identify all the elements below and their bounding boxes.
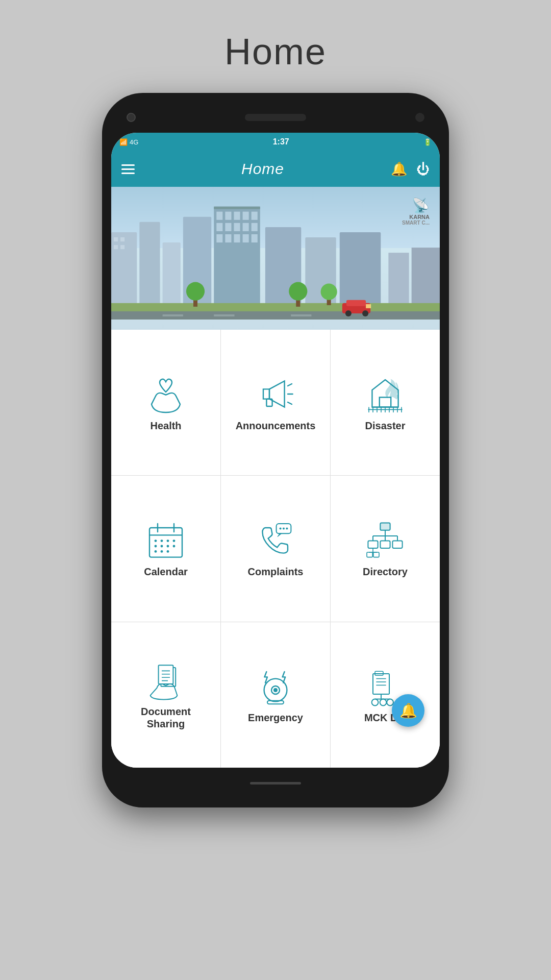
grid-item-disaster[interactable]: Disaster — [331, 330, 440, 475]
svg-point-114 — [380, 699, 387, 706]
svg-point-104 — [273, 688, 278, 692]
front-camera — [127, 113, 136, 122]
directory-label: Directory — [363, 566, 408, 578]
fab-button[interactable]: 🔔 — [392, 694, 424, 727]
svg-rect-24 — [252, 234, 258, 242]
svg-point-75 — [155, 550, 157, 553]
app-bar: Home 🔔 ⏻ — [111, 151, 440, 187]
home-indicator — [250, 782, 301, 785]
svg-point-69 — [167, 540, 169, 542]
app-bar-actions: 🔔 ⏻ — [391, 161, 430, 177]
page-title: Home — [224, 31, 327, 72]
hamburger-menu-button[interactable] — [121, 164, 135, 174]
svg-point-81 — [286, 528, 288, 530]
svg-rect-39 — [366, 304, 371, 308]
svg-rect-16 — [225, 223, 231, 231]
svg-rect-33 — [214, 314, 234, 316]
svg-point-74 — [173, 545, 176, 548]
svg-rect-2 — [163, 242, 181, 304]
notification-bell-icon[interactable]: 🔔 — [391, 161, 407, 177]
svg-point-68 — [161, 540, 163, 542]
svg-rect-29 — [412, 248, 440, 304]
svg-rect-9 — [214, 207, 260, 209]
grid-item-health[interactable]: Health — [111, 330, 220, 475]
svg-rect-32 — [163, 314, 183, 316]
svg-rect-6 — [114, 245, 118, 249]
svg-rect-21 — [225, 234, 231, 242]
grid-item-announcements[interactable]: Announcements — [221, 330, 330, 475]
hamburger-line-2 — [121, 168, 135, 170]
svg-rect-94 — [367, 552, 372, 557]
svg-point-67 — [155, 540, 157, 542]
phone-frame: 📶4G 1:37 🔋 Home 🔔 ⏻ — [102, 93, 449, 807]
svg-rect-106 — [373, 674, 389, 694]
svg-rect-51 — [380, 397, 391, 407]
health-icon — [145, 374, 186, 414]
disaster-icon — [365, 374, 406, 414]
svg-point-71 — [155, 545, 157, 548]
svg-rect-28 — [388, 253, 409, 304]
grid-item-complaints[interactable]: Complaints — [221, 476, 330, 621]
svg-point-79 — [280, 528, 282, 530]
grid-item-emergency[interactable]: Emergency — [221, 622, 330, 768]
fab-alarm-icon: 🔔 — [399, 702, 417, 719]
directory-icon — [365, 520, 406, 560]
svg-rect-5 — [120, 237, 124, 241]
hamburger-line-1 — [121, 164, 135, 166]
svg-rect-91 — [392, 541, 402, 548]
svg-point-43 — [289, 282, 307, 301]
document-sharing-label: DocumentSharing — [141, 705, 191, 730]
sensor — [415, 113, 424, 122]
svg-rect-13 — [243, 212, 249, 220]
hamburger-line-3 — [121, 173, 135, 174]
grid-item-calendar[interactable]: Calendar — [111, 476, 220, 621]
svg-point-73 — [167, 545, 169, 548]
svg-rect-105 — [267, 701, 284, 704]
status-bar: 📶4G 1:37 🔋 — [111, 133, 440, 151]
svg-rect-89 — [380, 541, 390, 548]
svg-point-77 — [167, 550, 169, 553]
banner-logo: 📡 KARNA SMART C... — [402, 197, 430, 226]
power-icon[interactable]: ⏻ — [416, 161, 430, 177]
svg-rect-0 — [111, 232, 137, 304]
calendar-label: Calendar — [144, 566, 188, 578]
svg-point-70 — [173, 540, 176, 542]
complaints-icon — [255, 520, 296, 560]
emergency-icon — [255, 666, 296, 706]
grid-container: Health Announcements — [111, 330, 440, 768]
phone-screen: 📶4G 1:37 🔋 Home 🔔 ⏻ — [111, 133, 440, 768]
svg-point-76 — [161, 550, 163, 553]
app-bar-title: Home — [241, 160, 284, 178]
svg-rect-11 — [225, 212, 231, 220]
announcements-icon — [255, 374, 296, 414]
svg-rect-19 — [252, 223, 258, 231]
svg-rect-31 — [111, 311, 440, 320]
document-sharing-icon — [145, 659, 186, 700]
announcements-label: Announcements — [236, 420, 316, 432]
svg-rect-20 — [216, 234, 222, 242]
svg-rect-15 — [216, 223, 222, 231]
emergency-label: Emergency — [248, 712, 303, 724]
svg-rect-27 — [340, 232, 381, 304]
svg-rect-34 — [291, 314, 311, 316]
svg-rect-63 — [149, 528, 182, 557]
grid-item-document-sharing[interactable]: DocumentSharing — [111, 622, 220, 768]
clock: 1:37 — [273, 137, 289, 146]
svg-rect-23 — [243, 234, 249, 242]
battery-info: 🔋 — [423, 138, 432, 146]
svg-rect-22 — [234, 234, 240, 242]
grid-item-directory[interactable]: Directory — [331, 476, 440, 621]
svg-point-37 — [345, 310, 352, 316]
svg-rect-82 — [380, 523, 390, 530]
complaints-label: Complaints — [248, 566, 304, 578]
svg-point-38 — [362, 310, 368, 316]
calendar-icon — [145, 520, 186, 560]
svg-point-80 — [283, 528, 285, 530]
svg-rect-87 — [368, 541, 378, 548]
svg-point-45 — [321, 284, 337, 300]
grid-item-mck-d[interactable]: MCK D... 🔔 — [331, 622, 440, 768]
svg-rect-17 — [234, 223, 240, 231]
disaster-label: Disaster — [365, 420, 406, 432]
svg-rect-14 — [252, 212, 258, 220]
svg-rect-7 — [120, 245, 124, 249]
